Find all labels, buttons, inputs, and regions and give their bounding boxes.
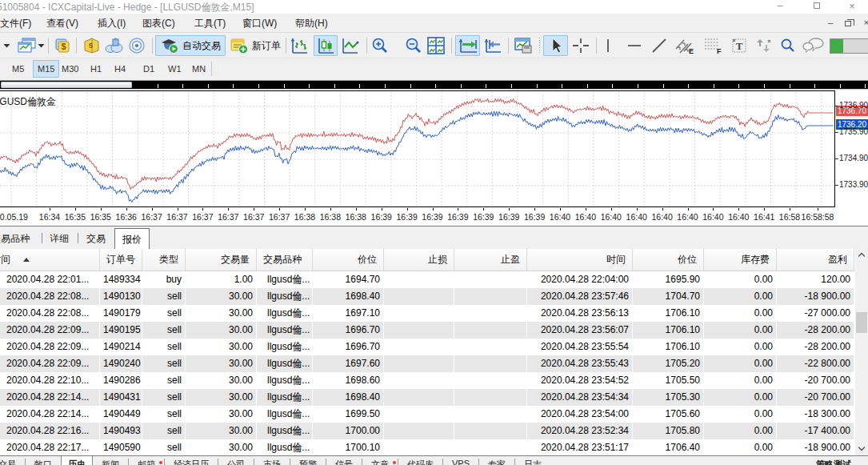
- bottom-tab-codebase[interactable]: 代码库: [398, 456, 442, 465]
- search-button[interactable]: [778, 35, 797, 56]
- column-header-4[interactable]: 交易品种: [257, 249, 313, 271]
- strategy-tester-label[interactable]: 策略测试: [816, 459, 851, 465]
- cursor-button[interactable]: [543, 35, 568, 56]
- chart-minimize-button[interactable]: –: [823, 16, 838, 30]
- bottom-tab-experts[interactable]: 专家: [479, 456, 514, 465]
- trendline-button[interactable]: [650, 35, 669, 56]
- history-row[interactable]: 2020.04.28 22:08...1490179sell30.00llgus…: [0, 305, 854, 322]
- history-row[interactable]: 2020.04.28 22:17...1490590sell30.00llgus…: [0, 439, 854, 455]
- menu-item-w[interactable]: 窗口(W): [242, 17, 277, 30]
- column-header-label: 库存费: [741, 253, 770, 267]
- menu-item-i[interactable]: 插入(I): [98, 17, 126, 30]
- window-close-button[interactable]: ×: [842, 0, 862, 13]
- history-row[interactable]: 2020.04.28 22:08...1490130sell30.00llgus…: [0, 288, 854, 305]
- auto-trading-button[interactable]: 自动交易: [155, 35, 226, 56]
- panel-tab-trading[interactable]: 交易: [86, 232, 106, 246]
- new-order-button[interactable]: 新订单: [227, 35, 283, 56]
- scroll-up-button[interactable]: [855, 249, 868, 262]
- history-row[interactable]: 2020.04.28 22:10...1490286sell30.00llgus…: [0, 372, 854, 389]
- history-row[interactable]: 2020.04.28 22:01...1489334buy1.00llgusd倫…: [0, 271, 854, 288]
- column-header-5[interactable]: 价位: [313, 249, 384, 271]
- history-row[interactable]: 2020.04.28 22:09...1490195sell30.00llgus…: [0, 322, 854, 339]
- column-header-10[interactable]: 库存费: [704, 249, 777, 271]
- zoom-out-button[interactable]: [403, 35, 424, 56]
- history-row[interactable]: 2020.04.28 22:14...1490431sell30.00llgus…: [0, 389, 854, 406]
- menu-item-f[interactable]: 文件(F): [0, 17, 31, 30]
- menu-item-v[interactable]: 查看(V): [46, 17, 78, 30]
- column-header-8[interactable]: 时间: [527, 249, 633, 271]
- panel-tab-symbols[interactable]: 交易品种: [0, 232, 30, 246]
- price-scale[interactable]: 1736.70 1736.20 1736.901735.901734.90173…: [835, 90, 868, 207]
- window-maximize-button[interactable]: [806, 0, 827, 13]
- chart-shift-button[interactable]: [482, 35, 503, 56]
- column-header-7[interactable]: 止盈: [454, 249, 527, 271]
- bottom-tab-company[interactable]: 公司: [218, 456, 254, 465]
- tile-windows-button[interactable]: [426, 35, 446, 56]
- time-scale[interactable]: 20.05.1916:3416:3516:3516:3616:3716:3716…: [0, 208, 868, 226]
- bottom-tab-market[interactable]: 市场: [254, 456, 290, 465]
- bar-chart-button[interactable]: [290, 35, 310, 56]
- bottom-tab-trade[interactable]: 交易: [0, 456, 25, 465]
- chart-close-button[interactable]: ×: [859, 16, 868, 30]
- bottom-tab-signals[interactable]: 信号: [326, 456, 362, 465]
- history-row[interactable]: 2020.04.28 22:09...1490214sell30.00llgus…: [0, 339, 854, 355]
- line-chart-button[interactable]: [340, 35, 361, 56]
- candlestick-chart-button[interactable]: [314, 35, 338, 56]
- profiles-button[interactable]: [15, 35, 46, 56]
- new-order-window-button[interactable]: $: [53, 35, 72, 56]
- cloud-services-button[interactable]: [103, 35, 123, 56]
- bottom-tab-mailbox[interactable]: 邮箱: [129, 456, 164, 465]
- panel-tab-details[interactable]: 详细: [50, 232, 69, 246]
- chart-restore-button[interactable]: [841, 16, 855, 30]
- column-header-1[interactable]: 订单号: [100, 249, 142, 271]
- chat-button[interactable]: [802, 35, 826, 56]
- zoom-in-button[interactable]: [370, 35, 390, 56]
- timeframe-button-w1[interactable]: W1: [162, 60, 187, 78]
- history-row[interactable]: 2020.04.28 22:16...1490493sell30.00llgus…: [0, 423, 854, 439]
- menu-item-t[interactable]: 工具(T): [194, 17, 226, 30]
- menu-item-h[interactable]: 帮助(H): [295, 17, 328, 30]
- timeframe-button-m5[interactable]: M5: [6, 60, 30, 78]
- bottom-tab-articles[interactable]: 文章: [362, 456, 398, 465]
- mql5-market-button[interactable]: 5: [82, 35, 101, 56]
- panel-tab-ticks[interactable]: 报价: [114, 228, 150, 250]
- timeframe-button-mn[interactable]: MN: [186, 60, 211, 78]
- bottom-tab-calendar[interactable]: 经济日历: [165, 456, 218, 465]
- scrollbar-thumb[interactable]: [856, 312, 867, 333]
- column-header-2[interactable]: 类型: [142, 249, 186, 271]
- timeframe-button-h1[interactable]: H1: [85, 60, 107, 78]
- history-row[interactable]: 2020.04.28 22:09...1490240sell30.00llgus…: [0, 355, 854, 372]
- history-row[interactable]: 2020.04.28 22:14...1490449sell30.00llgus…: [0, 406, 854, 423]
- bottom-tab-journal[interactable]: 日志: [515, 456, 550, 465]
- column-header-3[interactable]: 交易量: [186, 249, 257, 271]
- auto-scroll-button[interactable]: [455, 35, 480, 56]
- signals-button[interactable]: [126, 35, 146, 56]
- menu-item-c[interactable]: 图表(C): [142, 17, 175, 30]
- column-header-0[interactable]: 时间: [0, 249, 100, 271]
- fibonacci-button[interactable]: F: [702, 35, 725, 56]
- text-tool-button[interactable]: T: [730, 35, 749, 56]
- column-header-9[interactable]: 价位: [633, 249, 704, 271]
- crosshair-button[interactable]: [571, 35, 590, 56]
- indicators-template-button[interactable]: [513, 35, 534, 56]
- arrows-button[interactable]: [754, 35, 774, 56]
- column-header-11[interactable]: 盈利: [777, 249, 854, 271]
- chart-hscroll-thumb[interactable]: [1, 82, 132, 88]
- column-header-6[interactable]: 止损: [384, 249, 454, 271]
- bottom-tab-alerts[interactable]: 预警: [290, 456, 326, 465]
- bottom-tab-exposure[interactable]: 敞口: [26, 456, 61, 465]
- horizontal-line-button[interactable]: [626, 35, 643, 56]
- vertical-line-button[interactable]: [602, 35, 614, 56]
- timeframe-button-m30[interactable]: M30: [56, 60, 84, 78]
- new-chart-dropdown-button[interactable]: [2, 35, 11, 56]
- bottom-tab-vps[interactable]: VPS: [443, 456, 478, 465]
- tick-chart-plot[interactable]: LLGUSD倫敦金: [0, 90, 835, 207]
- timeframe-button-d1[interactable]: D1: [138, 60, 160, 78]
- scroll-down-button[interactable]: [855, 443, 868, 455]
- bottom-tab-history[interactable]: 历史: [61, 456, 93, 465]
- window-minimize-button[interactable]: –: [770, 0, 790, 13]
- bottom-tab-news[interactable]: 新闻: [93, 456, 128, 465]
- equidistant-channel-button[interactable]: E: [674, 35, 696, 56]
- table-vertical-scrollbar[interactable]: [855, 249, 868, 455]
- timeframe-button-h4[interactable]: H4: [109, 60, 131, 78]
